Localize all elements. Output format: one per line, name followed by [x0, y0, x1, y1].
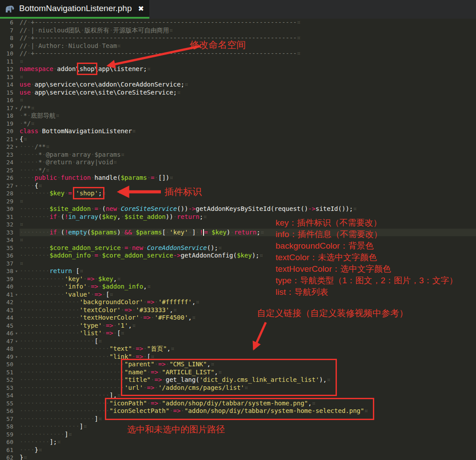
line-number[interactable]: 20 — [0, 127, 13, 135]
line-number[interactable]: 41 — [0, 291, 13, 299]
line-number[interactable]: 25 — [0, 167, 13, 174]
line-number[interactable]: 62 — [0, 454, 13, 460]
line-number[interactable]: 24 — [0, 159, 13, 167]
line-number[interactable]: 33 — [0, 229, 13, 237]
code-line[interactable]: 11¤ — [0, 58, 476, 66]
line-number[interactable]: 17 — [0, 104, 13, 112]
code-line[interactable]: 15use·app\service\core\site\CoreSiteServ… — [0, 89, 476, 97]
code-line[interactable]: 25·····*/¤ — [0, 167, 476, 174]
code-line[interactable]: 31········if·(!in_array($key,·$site_addo… — [0, 213, 476, 221]
file-tab[interactable]: BottomNavigationListener.php ✖ — [0, 0, 149, 19]
fold-arrow-icon[interactable]: ▾ — [13, 337, 20, 345]
line-number[interactable]: 58 — [0, 423, 13, 431]
line-number[interactable]: 34 — [0, 236, 13, 244]
code-line[interactable]: 51····························"name"·=>·… — [0, 369, 476, 377]
line-number[interactable]: 36 — [0, 252, 13, 260]
line-number[interactable]: 19 — [0, 120, 13, 128]
code-line[interactable]: 17▾/**¤ — [0, 104, 476, 112]
code-line[interactable]: 39············'key'·=>·$key,¤ — [0, 275, 476, 283]
code-line[interactable]: 22▾····/**¤ — [0, 143, 476, 151]
line-number[interactable]: 35 — [0, 244, 13, 252]
code-line[interactable]: 33········if·(!empty($params)·&&·$params… — [0, 229, 476, 237]
code-line[interactable]: 45················'type'·=>·'1',¤ — [0, 322, 476, 330]
line-number[interactable]: 28 — [0, 190, 13, 198]
code-line[interactable]: 12namespace·addon\shop\app\listener;¤ — [0, 65, 476, 73]
code-line[interactable]: 43················'textColor'·=>·'#33333… — [0, 306, 476, 314]
line-number[interactable]: 48 — [0, 345, 13, 353]
line-number[interactable]: 31 — [0, 213, 13, 221]
fold-arrow-icon[interactable]: ▾ — [13, 182, 20, 190]
line-number[interactable]: 40 — [0, 283, 13, 291]
line-number[interactable]: 44 — [0, 314, 13, 322]
line-number[interactable]: 37 — [0, 260, 13, 268]
line-number[interactable]: 56 — [0, 407, 13, 415]
code-line[interactable]: 10//·+----------------------------------… — [0, 50, 476, 58]
code-area[interactable]: 6//·+-----------------------------------… — [0, 19, 476, 460]
line-number[interactable]: 45 — [0, 322, 13, 330]
line-number[interactable]: 18 — [0, 112, 13, 120]
code-line[interactable]: 8//·+-----------------------------------… — [0, 34, 476, 42]
line-number[interactable]: 11 — [0, 58, 13, 66]
line-number[interactable]: 6 — [0, 19, 13, 27]
line-number[interactable]: 55 — [0, 400, 13, 408]
line-number[interactable]: 29 — [0, 198, 13, 206]
line-number[interactable]: 47 — [0, 337, 13, 345]
code-line[interactable]: 40············'info'·=>·$addon_info,¤ — [0, 283, 476, 291]
code-line[interactable]: 60········];¤ — [0, 438, 476, 446]
line-number[interactable]: 42 — [0, 298, 13, 306]
code-line[interactable]: 19·*/¤ — [0, 120, 476, 128]
code-line[interactable]: 46▾················'list'·=>·[¤ — [0, 329, 476, 337]
line-number[interactable]: 10 — [0, 50, 13, 58]
fold-arrow-icon[interactable]: ▾ — [13, 143, 20, 151]
code-line[interactable]: 59············]¤ — [0, 431, 476, 439]
code-line[interactable]: 62}¤ — [0, 454, 476, 460]
code-line[interactable]: 23·····*·@param·array·$params¤ — [0, 151, 476, 159]
code-line[interactable]: 20class·BottomNavigationListener¤ — [0, 127, 476, 135]
line-number[interactable]: 39 — [0, 275, 13, 283]
code-line[interactable]: 14use·app\service\core\addon\CoreAddonSe… — [0, 81, 476, 89]
code-line[interactable]: 30········$site_addon·=·(new·CoreSiteSer… — [0, 205, 476, 213]
code-line[interactable]: 58················]¤ — [0, 423, 476, 431]
line-number[interactable]: 23 — [0, 151, 13, 159]
code-line[interactable]: 16¤ — [0, 96, 476, 104]
line-number[interactable]: 8 — [0, 34, 13, 42]
line-number[interactable]: 27 — [0, 182, 13, 190]
code-line[interactable]: 6//·+-----------------------------------… — [0, 19, 476, 27]
code-line[interactable]: 13¤ — [0, 73, 476, 81]
line-number[interactable]: 51 — [0, 369, 13, 377]
code-line[interactable]: 29¤ — [0, 198, 476, 206]
line-number[interactable]: 12 — [0, 65, 13, 73]
code-line[interactable]: 26····public·function·handle($params·=·[… — [0, 174, 476, 182]
line-number[interactable]: 57 — [0, 415, 13, 423]
code-line[interactable]: 42················'backgroundColor'·=>·'… — [0, 298, 476, 306]
code-line[interactable]: 21▾{¤ — [0, 135, 476, 143]
line-number[interactable]: 26 — [0, 174, 13, 182]
line-number[interactable]: 13 — [0, 73, 13, 81]
close-icon[interactable]: ✖ — [138, 4, 144, 13]
line-number[interactable]: 15 — [0, 89, 13, 97]
line-number[interactable]: 52 — [0, 376, 13, 384]
code-line[interactable]: 55························"iconPath"·=>·… — [0, 400, 476, 408]
code-line[interactable]: 49▾························"link"·=>·[¤ — [0, 353, 476, 361]
code-line[interactable]: 27▾····{¤ — [0, 182, 476, 190]
code-line[interactable]: 56························"iconSelectPat… — [0, 407, 476, 415]
code-line[interactable]: 37¤ — [0, 260, 476, 268]
code-line[interactable]: 41▾············'value'·=>·[¤ — [0, 291, 476, 299]
line-number[interactable]: 54 — [0, 392, 13, 400]
line-number[interactable]: 53 — [0, 384, 13, 392]
code-line[interactable]: 24·····*·@return·array|void¤ — [0, 159, 476, 167]
code-line[interactable]: 38▾········return·[¤ — [0, 267, 476, 275]
line-number[interactable]: 38 — [0, 267, 13, 275]
code-line[interactable]: 44················'textHoverColor'·=>·'#… — [0, 314, 476, 322]
code-line[interactable]: 35········$core_addon_service·=·new·Core… — [0, 244, 476, 252]
code-line[interactable]: 18·*·底部导航¤ — [0, 112, 476, 120]
code-line[interactable]: 52····························"title"·=>… — [0, 376, 476, 384]
fold-arrow-icon[interactable]: ▾ — [13, 291, 20, 299]
line-number[interactable]: 30 — [0, 205, 13, 213]
line-number[interactable]: 16 — [0, 96, 13, 104]
code-line[interactable]: 54························],¤ — [0, 392, 476, 400]
fold-arrow-icon[interactable]: ▾ — [13, 329, 20, 337]
code-line[interactable]: 48························"text"·=>·"首页"… — [0, 345, 476, 353]
code-line[interactable]: 32¤ — [0, 221, 476, 229]
code-line[interactable]: 34¤ — [0, 236, 476, 244]
